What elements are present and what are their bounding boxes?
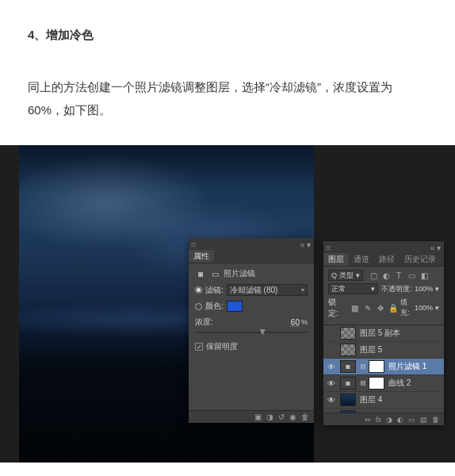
density-slider[interactable] xyxy=(195,332,308,333)
filter-label: 滤镜: xyxy=(205,285,224,296)
drag-handle-icon[interactable] xyxy=(323,243,333,253)
layers-footer: ⇔ fx ◑ ◐ ▭ ▤ 🗑 xyxy=(323,413,444,425)
filter-image-icon[interactable]: ▢ xyxy=(369,271,378,280)
section-heading: 4、增加冷色 xyxy=(28,28,94,43)
filter-select[interactable]: 冷却滤镜 (80)▾ xyxy=(227,284,308,296)
adjustment-add-icon[interactable]: ◐ xyxy=(397,416,403,424)
visibility-toggle[interactable]: 👁 xyxy=(327,379,336,388)
reset-icon[interactable]: ↺ xyxy=(278,413,285,421)
layer-thumbnail[interactable]: ◙ xyxy=(340,360,356,373)
layer-name[interactable]: 图层 4 xyxy=(360,394,382,405)
link-layers-icon[interactable]: ⇔ xyxy=(365,416,371,424)
density-value[interactable]: 60 xyxy=(279,318,301,327)
blend-mode-select[interactable]: 正常▾ xyxy=(328,283,378,294)
chevron-down-icon: ▾ xyxy=(371,285,375,293)
layers-tabs: 图层 通道 路径 历史记录 xyxy=(323,255,444,267)
link-icon[interactable]: ⛓ xyxy=(360,380,365,387)
layer-list: 图层 5 副本图层 5👁◙⛓照片滤镜 1👁◙⛓曲线 2👁图层 4👁图层 0 xyxy=(323,325,444,425)
checkbox-preserve-luminosity[interactable]: ✓ xyxy=(195,343,203,351)
mask-thumbnail[interactable] xyxy=(369,360,384,373)
visibility-toggle[interactable]: 👁 xyxy=(327,396,336,405)
density-label: 浓度: xyxy=(195,317,213,328)
layer-name[interactable]: 曲线 2 xyxy=(388,378,411,389)
panel-collapse-icon[interactable]: « ▾ xyxy=(297,240,314,249)
layer-row[interactable]: 👁◙⛓曲线 2 xyxy=(323,375,444,392)
color-label: 颜色: xyxy=(205,301,224,312)
radio-filter[interactable] xyxy=(195,286,202,294)
tab-history[interactable]: 历史记录 xyxy=(400,253,441,266)
visibility-icon[interactable]: ◉ xyxy=(289,413,296,421)
chevron-down-icon: ▾ xyxy=(356,271,360,279)
tab-paths[interactable]: 路径 xyxy=(374,253,400,266)
opacity-label: 不透明度: xyxy=(381,284,412,294)
link-icon[interactable]: ⛓ xyxy=(360,363,365,370)
radio-color[interactable] xyxy=(195,303,202,310)
layer-name[interactable]: 照片滤镜 1 xyxy=(388,361,426,372)
density-unit: % xyxy=(301,318,308,326)
lock-transparent-icon[interactable]: ▩ xyxy=(350,304,359,313)
chevron-down-icon[interactable]: ▾ xyxy=(435,304,439,312)
group-icon[interactable]: ▭ xyxy=(408,416,415,424)
camera-icon: ◙ xyxy=(195,269,206,278)
tab-layers[interactable]: 图层 xyxy=(323,253,349,266)
filter-adjust-icon[interactable]: ◐ xyxy=(382,271,391,280)
layer-thumbnail[interactable] xyxy=(340,393,356,406)
layer-thumbnail[interactable] xyxy=(340,327,356,340)
new-layer-icon[interactable]: ▤ xyxy=(420,416,427,424)
delete-layer-icon[interactable]: 🗑 xyxy=(432,416,439,424)
fill-value[interactable]: 100% xyxy=(415,304,433,312)
clip-icon[interactable]: ▣ xyxy=(254,413,262,421)
color-swatch[interactable] xyxy=(227,301,243,312)
properties-footer: ▣ ◑ ↺ ◉ 🗑 xyxy=(189,410,314,423)
tab-properties[interactable]: 属性 xyxy=(189,250,214,263)
section-body: 同上的方法创建一个照片滤镜调整图层，选择“冷却滤镜”，浓度设置为60%，如下图。 xyxy=(28,76,427,121)
app-workspace: « ▾ 属性 ◙ ▭ 照片滤镜 滤镜: 冷却滤镜 (80)▾ 颜色: xyxy=(0,145,455,463)
adjustment-type-label: 照片滤镜 xyxy=(224,268,255,279)
filter-type-icon[interactable]: T xyxy=(395,271,403,280)
filter-smart-icon[interactable]: ◧ xyxy=(420,271,429,280)
lock-paint-icon[interactable]: ✎ xyxy=(363,304,372,313)
panel-collapse-icon[interactable]: « ▾ xyxy=(427,244,444,252)
filter-shape-icon[interactable]: ▭ xyxy=(407,271,416,280)
drag-handle-icon[interactable] xyxy=(189,240,198,250)
opacity-value[interactable]: 100% xyxy=(415,285,433,293)
layer-thumbnail[interactable]: ◙ xyxy=(340,377,356,390)
layer-thumbnail[interactable] xyxy=(340,344,356,356)
slider-thumb[interactable] xyxy=(260,329,266,336)
view-prev-icon[interactable]: ◑ xyxy=(266,413,273,421)
layer-kind-filter[interactable]: Q 类型▾ xyxy=(328,270,363,281)
lock-all-icon[interactable]: 🔒 xyxy=(388,304,397,313)
preserve-luminosity-label: 保留明度 xyxy=(206,341,238,352)
layer-row[interactable]: 👁◙⛓照片滤镜 1 xyxy=(323,359,444,375)
trash-icon[interactable]: 🗑 xyxy=(301,413,309,421)
lock-label: 锁定: xyxy=(328,297,344,319)
fill-label: 填充: xyxy=(400,298,412,318)
chevron-down-icon[interactable]: ▾ xyxy=(435,285,439,293)
mask-thumbnail[interactable] xyxy=(369,377,384,390)
layer-name[interactable]: 图层 5 xyxy=(360,344,382,355)
layer-row[interactable]: 图层 5 副本 xyxy=(323,325,444,342)
mask-add-icon[interactable]: ◑ xyxy=(386,416,392,424)
tab-channels[interactable]: 通道 xyxy=(349,253,374,266)
visibility-toggle[interactable]: 👁 xyxy=(327,363,336,371)
mask-icon: ▭ xyxy=(209,269,220,278)
lock-position-icon[interactable]: ✥ xyxy=(376,304,384,313)
properties-panel: « ▾ 属性 ◙ ▭ 照片滤镜 滤镜: 冷却滤镜 (80)▾ 颜色: xyxy=(189,238,314,423)
chevron-down-icon: ▾ xyxy=(301,286,304,294)
layer-row[interactable]: 👁图层 4 xyxy=(323,392,444,409)
layer-name[interactable]: 图层 5 副本 xyxy=(360,328,400,339)
fx-icon[interactable]: fx xyxy=(376,416,381,424)
layer-row[interactable]: 图层 5 xyxy=(323,342,444,359)
layers-panel: « ▾ 图层 通道 路径 历史记录 Q 类型▾ ▢ ◐ T ▭ ◧ 正常▾ 不透… xyxy=(323,241,444,425)
